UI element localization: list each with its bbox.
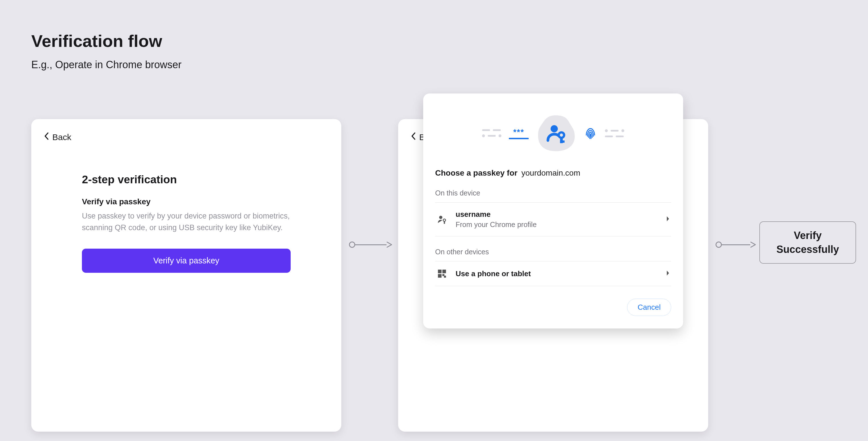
modal-domain: yourdomain.com	[521, 169, 580, 177]
option-title: username	[456, 210, 658, 219]
svg-point-5	[443, 219, 446, 222]
qr-code-icon	[436, 269, 448, 278]
password-stars-icon: ***	[509, 128, 529, 139]
arrow-right-icon	[386, 241, 393, 248]
verify-via-passkey-button[interactable]: Verify via passkey	[82, 249, 291, 273]
back-button-truncated[interactable]: B	[411, 132, 425, 142]
flow-diagram: Back 2-step verification Verify via pass…	[31, 91, 837, 409]
person-key-icon	[536, 113, 576, 153]
passkey-option-profile[interactable]: username From your Chrome profile	[435, 203, 671, 236]
step1-subheading: Verify via passkey	[82, 197, 291, 206]
passkey-chooser-modal: *** Choose a passkey for yourdomain.com …	[423, 94, 683, 329]
result-box: Verify Successfully	[760, 222, 856, 264]
back-button[interactable]: Back	[44, 132, 71, 142]
result-line1: Verify	[763, 229, 852, 243]
svg-rect-8	[443, 270, 446, 273]
svg-rect-7	[438, 270, 441, 273]
arrow-right-icon	[750, 241, 756, 248]
modal-title: Choose a passkey for yourdomain.com	[435, 169, 671, 178]
chevron-left-icon	[411, 132, 416, 142]
svg-rect-11	[444, 276, 446, 277]
person-key-small-icon	[436, 214, 448, 224]
page-subtitle: E.g., Operate in Chrome browser	[31, 59, 837, 71]
option-subtitle: From your Chrome profile	[456, 220, 658, 229]
svg-point-0	[551, 125, 558, 132]
flow-connector-2	[716, 241, 756, 248]
chevron-left-icon	[44, 132, 49, 142]
step1-description: Use passkey to verify by your device pas…	[82, 210, 291, 233]
option-title: Use a phone or tablet	[456, 269, 658, 278]
page-title: Verification flow	[31, 31, 837, 51]
svg-point-4	[439, 216, 442, 219]
svg-rect-3	[560, 140, 564, 143]
fingerprint-icon	[583, 126, 597, 140]
svg-point-1	[559, 132, 564, 138]
step1-heading: 2-step verification	[82, 173, 291, 186]
step1-card: Back 2-step verification Verify via pass…	[31, 119, 341, 432]
back-label: Back	[52, 132, 71, 142]
passkey-option-phone[interactable]: Use a phone or tablet	[435, 262, 671, 286]
chevron-right-icon	[666, 216, 670, 223]
cancel-button[interactable]: Cancel	[627, 299, 671, 316]
svg-rect-10	[443, 274, 444, 276]
svg-rect-9	[438, 274, 441, 277]
chevron-right-icon	[666, 270, 670, 277]
flow-connector-1	[349, 241, 393, 248]
passkey-illustration: ***	[435, 105, 671, 162]
result-line2: Successfully	[763, 243, 852, 257]
section-this-device: On this device	[435, 189, 671, 197]
step2-stack: B *** Choose a passkey for yourdomain	[398, 119, 708, 432]
svg-rect-6	[444, 222, 445, 224]
section-other-devices: On other devices	[435, 248, 671, 256]
